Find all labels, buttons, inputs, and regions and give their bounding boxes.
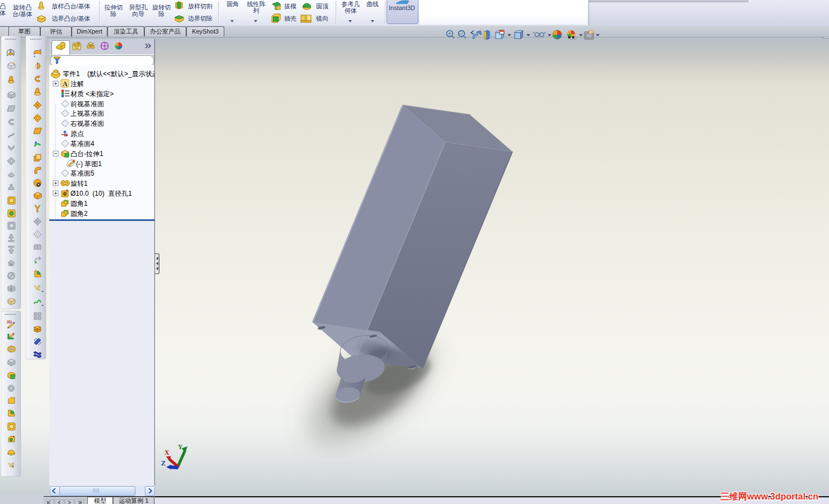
svg-text:Z: Z — [161, 459, 166, 467]
svg-text:3D: 3D — [7, 320, 12, 324]
svg-text:X: X — [164, 449, 169, 456]
svg-text:Y: Y — [178, 443, 183, 451]
